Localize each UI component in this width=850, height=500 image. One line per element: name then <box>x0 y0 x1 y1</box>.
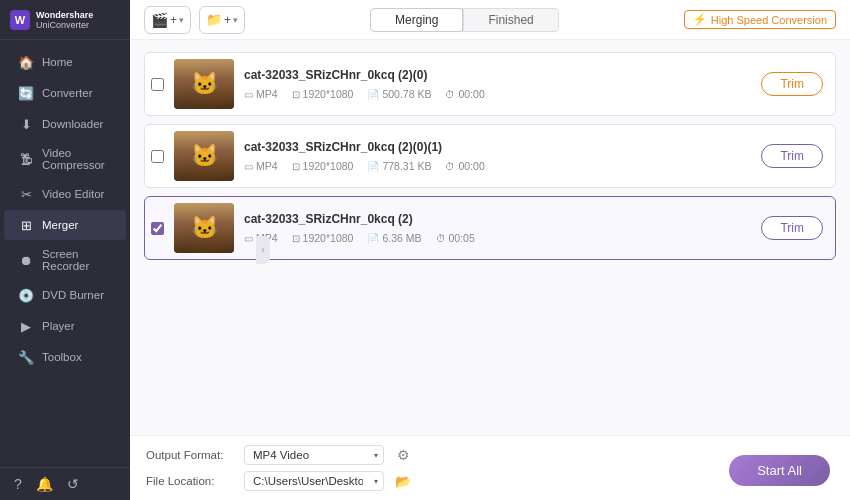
output-format-label: Output Format: <box>146 449 236 461</box>
file-2-name: cat-32033_SRizCHnr_0kcq (2)(0)(1) <box>244 140 751 154</box>
output-format-select[interactable]: MP4 Video MKV Video AVI Video MOV Video <box>244 445 384 465</box>
sidebar-item-converter[interactable]: 🔄 Converter <box>4 78 126 108</box>
sidebar-item-screen-recorder[interactable]: ⏺ Screen Recorder <box>4 241 126 279</box>
file-2-checkbox[interactable] <box>151 150 164 163</box>
file-location-select[interactable]: C:\Users\User\Desktop <box>244 471 384 491</box>
resolution-icon: ⊡ <box>292 161 300 172</box>
file-1-checkbox[interactable] <box>151 78 164 91</box>
file-2-info: cat-32033_SRizCHnr_0kcq (2)(0)(1) ▭ MP4 … <box>244 140 751 172</box>
size-icon: 📄 <box>367 161 379 172</box>
player-icon: ▶ <box>18 318 34 334</box>
start-all-button[interactable]: Start All <box>729 455 830 486</box>
file-3-duration: ⏱ 00:05 <box>436 232 475 244</box>
svg-text:W: W <box>15 14 26 26</box>
sidebar-item-video-editor[interactable]: ✂ Video Editor <box>4 179 126 209</box>
add-folder-icon: 📁 <box>206 12 222 27</box>
file-1-info: cat-32033_SRizCHnr_0kcq (2)(0) ▭ MP4 ⊡ 1… <box>244 68 751 100</box>
video-compressor-icon: 🗜 <box>18 151 34 167</box>
app-logo-text: Wondershare UniConverter <box>36 10 93 30</box>
merger-icon: ⊞ <box>18 217 34 233</box>
settings-icon: ⚙ <box>397 447 410 463</box>
file-2-meta: ▭ MP4 ⊡ 1920*1080 📄 778.31 KB ⏱ 00:00 <box>244 160 751 172</box>
topbar: 🎬 + ▾ 📁 + ▾ Merging Finished ⚡ High Spee… <box>130 0 850 40</box>
add-folder-label: + <box>224 13 231 27</box>
file-card-3: cat-32033_SRizCHnr_0kcq (2) ▭ MP4 ⊡ 1920… <box>144 196 836 260</box>
tabs-container: Merging Finished <box>253 8 676 32</box>
sidebar-item-label: Toolbox <box>42 351 82 363</box>
file-3-size: 📄 6.36 MB <box>367 232 421 244</box>
add-file-label: + <box>170 13 177 27</box>
high-speed-label: High Speed Conversion <box>711 14 827 26</box>
main-content: 🎬 + ▾ 📁 + ▾ Merging Finished ⚡ High Spee… <box>130 0 850 500</box>
file-3-resolution: ⊡ 1920*1080 <box>292 232 354 244</box>
sidebar-item-player[interactable]: ▶ Player <box>4 311 126 341</box>
file-2-resolution: ⊡ 1920*1080 <box>292 160 354 172</box>
add-file-icon: 🎬 <box>151 12 168 28</box>
add-folder-dropdown-icon: ▾ <box>233 15 238 25</box>
sidebar-item-dvd-burner[interactable]: 💿 DVD Burner <box>4 280 126 310</box>
file-1-meta: ▭ MP4 ⊡ 1920*1080 📄 500.78 KB ⏱ 00:00 <box>244 88 751 100</box>
file-location-label: File Location: <box>146 475 236 487</box>
sidebar-item-label: DVD Burner <box>42 289 104 301</box>
sidebar-item-downloader[interactable]: ⬇ Downloader <box>4 109 126 139</box>
resolution-icon: ⊡ <box>292 233 300 244</box>
sidebar-item-toolbox[interactable]: 🔧 Toolbox <box>4 342 126 372</box>
file-3-name: cat-32033_SRizCHnr_0kcq (2) <box>244 212 751 226</box>
format-icon: ▭ <box>244 233 253 244</box>
collapse-sidebar-button[interactable]: ‹ <box>256 236 270 264</box>
add-file-button[interactable]: 🎬 + ▾ <box>144 6 191 34</box>
sidebar-bottom: ? 🔔 ↺ <box>0 467 130 500</box>
sidebar-item-merger[interactable]: ⊞ Merger <box>4 210 126 240</box>
file-3-thumbnail <box>174 203 234 253</box>
sidebar-item-home[interactable]: 🏠 Home <box>4 47 126 77</box>
file-1-trim-button[interactable]: Trim <box>761 72 823 96</box>
sidebar-item-video-compressor[interactable]: 🗜 Video Compressor <box>4 140 126 178</box>
sidebar-item-label: Screen Recorder <box>42 248 112 272</box>
sidebar-item-label: Downloader <box>42 118 103 130</box>
home-icon: 🏠 <box>18 54 34 70</box>
file-2-size: 📄 778.31 KB <box>367 160 431 172</box>
screen-recorder-icon: ⏺ <box>18 252 34 268</box>
app-logo: W Wondershare UniConverter <box>0 0 130 40</box>
resolution-icon: ⊡ <box>292 89 300 100</box>
sidebar: W Wondershare UniConverter 🏠 Home 🔄 Conv… <box>0 0 130 500</box>
sidebar-item-label: Video Compressor <box>42 147 112 171</box>
tab-finished[interactable]: Finished <box>463 8 558 32</box>
file-2-duration: ⏱ 00:00 <box>445 160 484 172</box>
app-logo-icon: W <box>10 10 30 30</box>
browse-folder-button[interactable]: 📂 <box>392 470 414 492</box>
file-2-format: ▭ MP4 <box>244 160 278 172</box>
format-icon: ▭ <box>244 89 253 100</box>
high-speed-badge[interactable]: ⚡ High Speed Conversion <box>684 10 836 29</box>
file-3-meta: ▭ MP4 ⊡ 1920*1080 📄 6.36 MB ⏱ 00:05 <box>244 232 751 244</box>
sidebar-item-label: Home <box>42 56 73 68</box>
file-1-format: ▭ MP4 <box>244 88 278 100</box>
add-folder-button[interactable]: 📁 + ▾ <box>199 6 245 34</box>
duration-icon: ⏱ <box>445 89 455 100</box>
help-icon[interactable]: ? <box>14 476 22 492</box>
file-3-checkbox[interactable] <box>151 222 164 235</box>
sidebar-item-label: Converter <box>42 87 93 99</box>
lightning-icon: ⚡ <box>693 13 707 26</box>
folder-open-icon: 📂 <box>395 474 411 489</box>
file-card-1: cat-32033_SRizCHnr_0kcq (2)(0) ▭ MP4 ⊡ 1… <box>144 52 836 116</box>
downloader-icon: ⬇ <box>18 116 34 132</box>
sidebar-nav: 🏠 Home 🔄 Converter ⬇ Downloader 🗜 Video … <box>0 40 130 467</box>
file-list: cat-32033_SRizCHnr_0kcq (2)(0) ▭ MP4 ⊡ 1… <box>130 40 850 435</box>
file-3-info: cat-32033_SRizCHnr_0kcq (2) ▭ MP4 ⊡ 1920… <box>244 212 751 244</box>
notification-icon[interactable]: 🔔 <box>36 476 53 492</box>
duration-icon: ⏱ <box>445 161 455 172</box>
refresh-icon[interactable]: ↺ <box>67 476 79 492</box>
file-1-thumbnail <box>174 59 234 109</box>
file-card-2: cat-32033_SRizCHnr_0kcq (2)(0)(1) ▭ MP4 … <box>144 124 836 188</box>
add-file-dropdown-icon: ▾ <box>179 15 184 25</box>
tab-merging[interactable]: Merging <box>370 8 463 32</box>
output-settings-button[interactable]: ⚙ <box>392 444 414 466</box>
dvd-burner-icon: 💿 <box>18 287 34 303</box>
file-2-trim-button[interactable]: Trim <box>761 144 823 168</box>
sidebar-item-label: Video Editor <box>42 188 104 200</box>
file-3-trim-button[interactable]: Trim <box>761 216 823 240</box>
converter-icon: 🔄 <box>18 85 34 101</box>
file-2-thumbnail <box>174 131 234 181</box>
format-icon: ▭ <box>244 161 253 172</box>
